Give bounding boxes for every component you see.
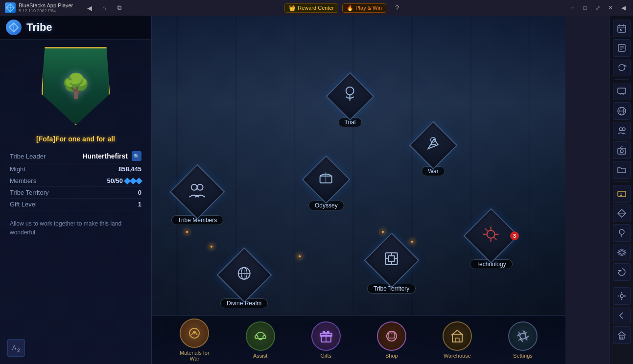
reward-center-button[interactable]: 👑 Reward Center: [284, 3, 338, 13]
war-diamond-button[interactable]: [409, 121, 458, 170]
tribe-shield: 🌳: [42, 47, 110, 130]
assist-label: Assist: [253, 353, 267, 359]
members-value: 50/50: [107, 177, 123, 184]
fullscreen-button[interactable]: ⤢: [592, 3, 604, 12]
sidebar-layers-button[interactable]: [613, 244, 631, 261]
sidebar-pin-button[interactable]: [613, 224, 631, 242]
warehouse-label: Warehouse: [444, 353, 471, 359]
shop-label: Shop: [385, 353, 398, 359]
menu-item-technology[interactable]: 3 Technology: [470, 216, 513, 269]
stat-row-leader: Tribe Leader Hunterthefirst 🔍: [10, 149, 141, 163]
sidebar-list-button[interactable]: [613, 39, 631, 57]
sidebar-refresh-button[interactable]: [613, 59, 631, 76]
warehouse-icon: [443, 321, 472, 351]
gifts-icon: [311, 321, 341, 351]
reward-center-label: Reward Center: [298, 5, 334, 11]
svg-point-40: [520, 333, 526, 339]
sidebar-chat-button[interactable]: [613, 83, 631, 100]
might-value: 858,445: [118, 165, 141, 173]
svg-rect-57: [618, 148, 626, 154]
menu-item-trial[interactable]: Trial: [333, 79, 367, 127]
back-button[interactable]: ◀: [83, 2, 96, 13]
materials-for-war-button[interactable]: Materials forWar: [180, 318, 210, 362]
sidebar-diamond-button[interactable]: [613, 205, 631, 222]
candle-light-5: [299, 255, 301, 257]
svg-point-56: [622, 128, 625, 131]
menu-item-tribe-territory[interactable]: Tribe Territory: [367, 241, 416, 294]
play-win-icon: 🔥: [347, 5, 353, 11]
sidebar-home-button[interactable]: [613, 326, 631, 344]
warehouse-button[interactable]: Warehouse: [443, 321, 472, 359]
tribe-icon: [6, 20, 22, 35]
help-button[interactable]: ?: [390, 2, 404, 13]
stat-row-gift: Gift Level 1: [10, 199, 141, 210]
members-value-area: 50/50: [107, 177, 141, 184]
restore-button[interactable]: □: [579, 3, 591, 12]
svg-text:1: 1: [620, 192, 622, 197]
odyssey-icon: [317, 169, 335, 190]
svg-point-13: [191, 184, 197, 190]
sidebar-back-button[interactable]: [613, 307, 631, 324]
menu-item-odyssey[interactable]: Odyssey: [308, 162, 344, 210]
materials-label: Materials forWar: [180, 350, 210, 362]
svg-point-21: [487, 230, 495, 238]
sidebar-number-button[interactable]: 1: [613, 185, 631, 203]
might-label: Might: [10, 165, 25, 173]
tribe-title: Tribe: [26, 21, 52, 34]
sidebar-refresh2-button[interactable]: [613, 263, 631, 281]
shop-button[interactable]: Shop: [377, 321, 406, 359]
settings-icon: [508, 321, 538, 351]
stat-row-might: Might 858,445: [10, 163, 141, 175]
svg-point-33: [263, 336, 266, 339]
svg-rect-11: [320, 176, 332, 183]
search-leader-button[interactable]: 🔍: [132, 151, 141, 161]
divine-realm-diamond-button[interactable]: [216, 247, 272, 302]
home-button[interactable]: ⌂: [97, 2, 111, 13]
sidebar-calendar-button[interactable]: 6: [613, 20, 631, 37]
close-button[interactable]: ✕: [605, 3, 616, 12]
odyssey-diamond-button[interactable]: [302, 156, 351, 204]
tribe-clan-name: [Fofa]For one and for all: [0, 133, 151, 145]
svg-point-31: [193, 331, 196, 334]
sidebar-globe-button[interactable]: [613, 102, 631, 120]
diamond-3: [136, 177, 142, 184]
technology-icon: [481, 225, 501, 248]
tribe-description: Allow us to work together to make this l…: [0, 214, 151, 242]
sidebar-settings-button[interactable]: [613, 287, 631, 305]
translate-button[interactable]: A 文: [7, 339, 25, 357]
svg-text:A: A: [12, 344, 16, 351]
diamonds-icon: [125, 179, 141, 183]
back2-button[interactable]: ◀: [617, 3, 629, 12]
assist-icon: [246, 321, 275, 351]
sidebar-camera-button[interactable]: [613, 141, 631, 159]
sidebar-separator-3: [614, 284, 629, 284]
sidebar-separator-1: [614, 79, 629, 80]
gifts-button[interactable]: Gifts: [311, 321, 341, 359]
svg-rect-16: [389, 256, 395, 262]
tribe-header: Tribe: [0, 16, 151, 40]
menu-item-war[interactable]: War: [416, 128, 450, 176]
settings-button[interactable]: Settings: [508, 321, 538, 359]
play-win-button[interactable]: 🔥 Play & Win: [342, 3, 386, 13]
assist-button[interactable]: Assist: [246, 321, 275, 359]
trial-icon: [341, 86, 359, 107]
technology-diamond-button[interactable]: 3: [464, 208, 519, 263]
menu-item-tribe-members[interactable]: Tribe Members: [171, 172, 223, 225]
tribe-territory-diamond-button[interactable]: [364, 232, 419, 288]
title-bar-center: 👑 Reward Center 🔥 Play & Win ?: [126, 2, 563, 13]
minimize-button[interactable]: −: [566, 3, 578, 12]
tribe-members-diamond-button[interactable]: [170, 164, 225, 219]
candle-light-2: [211, 246, 212, 248]
sidebar-separator-2: [614, 182, 629, 182]
svg-rect-51: [618, 88, 626, 93]
play-win-label: Play & Win: [355, 5, 382, 11]
tab-button[interactable]: ⧉: [112, 2, 126, 13]
svg-point-32: [255, 336, 258, 339]
sidebar-folder-button[interactable]: [613, 161, 631, 179]
menu-item-divine-realm[interactable]: Divine Realm: [220, 255, 268, 308]
right-sidebar: 6: [610, 16, 633, 364]
sidebar-group-button[interactable]: [613, 122, 631, 139]
candle-light-1: [186, 231, 188, 233]
trial-diamond-button[interactable]: [326, 72, 375, 121]
app-info: BlueStacks App Player 5.12.110.2002 P64: [0, 2, 78, 13]
